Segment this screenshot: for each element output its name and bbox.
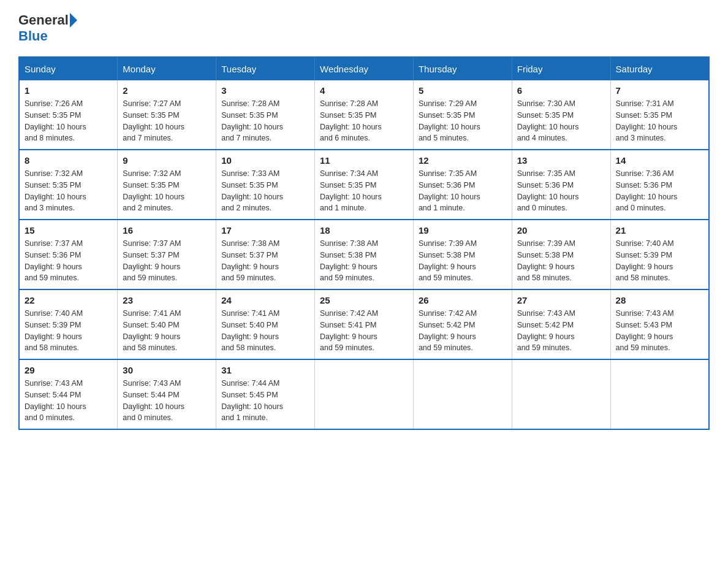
day-info: Sunrise: 7:42 AMSunset: 5:41 PMDaylight:… xyxy=(320,308,408,354)
logo: General Blue xyxy=(18,12,77,44)
calendar-day-cell xyxy=(413,359,512,429)
day-number: 4 xyxy=(320,85,408,96)
day-info: Sunrise: 7:27 AMSunset: 5:35 PMDaylight:… xyxy=(123,98,211,144)
calendar-day-cell: 16 Sunrise: 7:37 AMSunset: 5:37 PMDaylig… xyxy=(118,220,216,289)
calendar-day-cell xyxy=(315,359,414,429)
logo-blue-text: Blue xyxy=(18,28,48,44)
day-info: Sunrise: 7:31 AMSunset: 5:35 PMDaylight:… xyxy=(616,98,703,144)
day-info: Sunrise: 7:38 AMSunset: 5:37 PMDaylight:… xyxy=(221,238,309,284)
calendar-day-cell: 21 Sunrise: 7:40 AMSunset: 5:39 PMDaylig… xyxy=(610,220,709,289)
day-number: 30 xyxy=(123,365,211,375)
calendar-day-cell: 30 Sunrise: 7:43 AMSunset: 5:44 PMDaylig… xyxy=(118,359,216,429)
day-info: Sunrise: 7:34 AMSunset: 5:35 PMDaylight:… xyxy=(320,168,408,214)
day-number: 27 xyxy=(517,295,605,305)
day-info: Sunrise: 7:26 AMSunset: 5:35 PMDaylight:… xyxy=(25,98,112,144)
calendar-day-cell: 3 Sunrise: 7:28 AMSunset: 5:35 PMDayligh… xyxy=(216,80,315,150)
calendar-day-cell: 22 Sunrise: 7:40 AMSunset: 5:39 PMDaylig… xyxy=(19,289,118,359)
logo-general-text: General xyxy=(18,12,69,28)
day-info: Sunrise: 7:35 AMSunset: 5:36 PMDaylight:… xyxy=(419,168,507,214)
day-info: Sunrise: 7:32 AMSunset: 5:35 PMDaylight:… xyxy=(123,168,211,214)
calendar-day-cell: 19 Sunrise: 7:39 AMSunset: 5:38 PMDaylig… xyxy=(413,220,512,289)
calendar-day-cell: 2 Sunrise: 7:27 AMSunset: 5:35 PMDayligh… xyxy=(118,80,216,150)
calendar-day-cell: 6 Sunrise: 7:30 AMSunset: 5:35 PMDayligh… xyxy=(512,80,610,150)
day-info: Sunrise: 7:39 AMSunset: 5:38 PMDaylight:… xyxy=(419,238,507,284)
day-number: 3 xyxy=(221,85,309,96)
day-number: 28 xyxy=(616,295,703,305)
day-info: Sunrise: 7:28 AMSunset: 5:35 PMDaylight:… xyxy=(320,98,408,144)
day-number: 14 xyxy=(616,155,703,166)
header-tuesday: Tuesday xyxy=(216,57,315,80)
calendar-day-cell: 9 Sunrise: 7:32 AMSunset: 5:35 PMDayligh… xyxy=(118,150,216,220)
header-thursday: Thursday xyxy=(413,57,512,80)
calendar-day-cell: 29 Sunrise: 7:43 AMSunset: 5:44 PMDaylig… xyxy=(19,359,118,429)
day-info: Sunrise: 7:43 AMSunset: 5:43 PMDaylight:… xyxy=(616,308,703,354)
day-info: Sunrise: 7:39 AMSunset: 5:38 PMDaylight:… xyxy=(517,238,605,284)
header-sunday: Sunday xyxy=(19,57,118,80)
day-number: 20 xyxy=(517,225,605,236)
day-number: 25 xyxy=(320,295,408,305)
calendar-day-cell: 15 Sunrise: 7:37 AMSunset: 5:36 PMDaylig… xyxy=(19,220,118,289)
day-number: 16 xyxy=(123,225,211,236)
calendar-day-cell: 18 Sunrise: 7:38 AMSunset: 5:38 PMDaylig… xyxy=(315,220,414,289)
day-number: 15 xyxy=(25,225,112,236)
day-info: Sunrise: 7:38 AMSunset: 5:38 PMDaylight:… xyxy=(320,238,408,284)
day-info: Sunrise: 7:43 AMSunset: 5:44 PMDaylight:… xyxy=(123,378,211,424)
calendar-day-cell: 27 Sunrise: 7:43 AMSunset: 5:42 PMDaylig… xyxy=(512,289,610,359)
calendar-table: Sunday Monday Tuesday Wednesday Thursday… xyxy=(18,56,710,430)
day-info: Sunrise: 7:28 AMSunset: 5:35 PMDaylight:… xyxy=(221,98,309,144)
day-info: Sunrise: 7:44 AMSunset: 5:45 PMDaylight:… xyxy=(221,378,309,424)
calendar-day-cell: 28 Sunrise: 7:43 AMSunset: 5:43 PMDaylig… xyxy=(610,289,709,359)
day-number: 24 xyxy=(221,295,309,305)
calendar-week-row: 22 Sunrise: 7:40 AMSunset: 5:39 PMDaylig… xyxy=(19,289,709,359)
calendar-day-cell: 25 Sunrise: 7:42 AMSunset: 5:41 PMDaylig… xyxy=(315,289,414,359)
day-number: 13 xyxy=(517,155,605,166)
calendar-day-cell: 4 Sunrise: 7:28 AMSunset: 5:35 PMDayligh… xyxy=(315,80,414,150)
day-info: Sunrise: 7:33 AMSunset: 5:35 PMDaylight:… xyxy=(221,168,309,214)
day-number: 11 xyxy=(320,155,408,166)
day-info: Sunrise: 7:40 AMSunset: 5:39 PMDaylight:… xyxy=(25,308,112,354)
calendar-day-cell: 31 Sunrise: 7:44 AMSunset: 5:45 PMDaylig… xyxy=(216,359,315,429)
header-wednesday: Wednesday xyxy=(315,57,414,80)
day-info: Sunrise: 7:40 AMSunset: 5:39 PMDaylight:… xyxy=(616,238,703,284)
calendar-day-cell xyxy=(610,359,709,429)
day-info: Sunrise: 7:37 AMSunset: 5:36 PMDaylight:… xyxy=(25,238,112,284)
header-friday: Friday xyxy=(512,57,610,80)
calendar-day-cell: 10 Sunrise: 7:33 AMSunset: 5:35 PMDaylig… xyxy=(216,150,315,220)
day-number: 17 xyxy=(221,225,309,236)
day-info: Sunrise: 7:43 AMSunset: 5:42 PMDaylight:… xyxy=(517,308,605,354)
header-saturday: Saturday xyxy=(610,57,709,80)
day-number: 23 xyxy=(123,295,211,305)
calendar-day-cell: 7 Sunrise: 7:31 AMSunset: 5:35 PMDayligh… xyxy=(610,80,709,150)
calendar-day-cell: 5 Sunrise: 7:29 AMSunset: 5:35 PMDayligh… xyxy=(413,80,512,150)
calendar-day-cell: 14 Sunrise: 7:36 AMSunset: 5:36 PMDaylig… xyxy=(610,150,709,220)
day-number: 12 xyxy=(419,155,507,166)
calendar-day-cell: 12 Sunrise: 7:35 AMSunset: 5:36 PMDaylig… xyxy=(413,150,512,220)
calendar-day-cell: 8 Sunrise: 7:32 AMSunset: 5:35 PMDayligh… xyxy=(19,150,118,220)
day-number: 19 xyxy=(419,225,507,236)
calendar-day-cell: 26 Sunrise: 7:42 AMSunset: 5:42 PMDaylig… xyxy=(413,289,512,359)
calendar-day-cell: 11 Sunrise: 7:34 AMSunset: 5:35 PMDaylig… xyxy=(315,150,414,220)
calendar-week-row: 29 Sunrise: 7:43 AMSunset: 5:44 PMDaylig… xyxy=(19,359,709,429)
day-number: 26 xyxy=(419,295,507,305)
day-number: 18 xyxy=(320,225,408,236)
day-info: Sunrise: 7:41 AMSunset: 5:40 PMDaylight:… xyxy=(123,308,211,354)
day-number: 8 xyxy=(25,155,112,166)
calendar-week-row: 8 Sunrise: 7:32 AMSunset: 5:35 PMDayligh… xyxy=(19,150,709,220)
day-info: Sunrise: 7:42 AMSunset: 5:42 PMDaylight:… xyxy=(419,308,507,354)
day-number: 29 xyxy=(25,365,112,375)
day-info: Sunrise: 7:37 AMSunset: 5:37 PMDaylight:… xyxy=(123,238,211,284)
calendar-day-cell: 13 Sunrise: 7:35 AMSunset: 5:36 PMDaylig… xyxy=(512,150,610,220)
day-info: Sunrise: 7:32 AMSunset: 5:35 PMDaylight:… xyxy=(25,168,112,214)
day-number: 31 xyxy=(221,365,309,375)
day-number: 21 xyxy=(616,225,703,236)
calendar-day-cell: 17 Sunrise: 7:38 AMSunset: 5:37 PMDaylig… xyxy=(216,220,315,289)
page-header: General Blue xyxy=(18,12,710,44)
day-number: 1 xyxy=(25,85,112,96)
day-info: Sunrise: 7:43 AMSunset: 5:44 PMDaylight:… xyxy=(25,378,112,424)
calendar-day-cell: 23 Sunrise: 7:41 AMSunset: 5:40 PMDaylig… xyxy=(118,289,216,359)
day-info: Sunrise: 7:29 AMSunset: 5:35 PMDaylight:… xyxy=(419,98,507,144)
calendar-day-cell xyxy=(512,359,610,429)
calendar-week-row: 15 Sunrise: 7:37 AMSunset: 5:36 PMDaylig… xyxy=(19,220,709,289)
calendar-day-cell: 20 Sunrise: 7:39 AMSunset: 5:38 PMDaylig… xyxy=(512,220,610,289)
calendar-day-cell: 24 Sunrise: 7:41 AMSunset: 5:40 PMDaylig… xyxy=(216,289,315,359)
